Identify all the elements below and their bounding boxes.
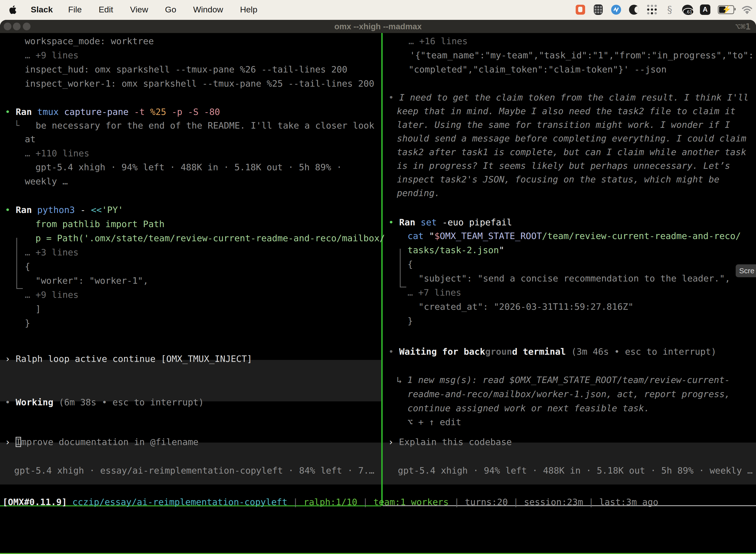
terminal-line: "subject": "send a concise recommendatio… <box>419 271 730 285</box>
text-segment: inspect_worker-1: omx sparkshell --tmux-… <box>25 78 374 89</box>
text-segment: | <box>583 497 599 507</box>
text-segment: -euo <box>442 217 469 227</box>
menu-item-slack[interactable]: Slack <box>24 5 60 14</box>
terminal-line: • Ran python3 - <<'PY' <box>5 203 123 217</box>
text-segment: gpt-5.4 xhigh · 94% left · 488K in · 5.1… <box>36 162 342 172</box>
text-segment: '{"team_name":"my-team","task_id":"1","f… <box>410 50 754 60</box>
menu-item-go[interactable]: Go <box>156 5 185 14</box>
text-segment: } <box>25 318 30 328</box>
text-segment: … +3 lines <box>25 247 79 258</box>
text-segment: team:1 workers <box>374 497 449 507</box>
menu-item-file[interactable]: File <box>60 5 90 14</box>
battery-charging-icon[interactable]: ⚡ <box>717 4 735 15</box>
text-segment: { <box>407 259 413 269</box>
terminal-line: inspect_worker-1: omx sparkshell --tmux-… <box>25 76 374 91</box>
text-segment: • <box>5 205 16 215</box>
text-segment: ⌥ + ↑ edit <box>407 417 461 427</box>
terminal-line: … +9 lines <box>25 288 79 302</box>
terminal-line: … +3 lines <box>25 245 79 259</box>
menu-item-view[interactable]: View <box>122 5 156 14</box>
pane-divider[interactable] <box>381 33 383 506</box>
terminal-window: omx --xhigh --madmax ⌥⌘1 Scre [omx-cczip… <box>0 20 756 554</box>
edit-hint: ⌥ + ↑ edit <box>407 415 461 429</box>
text-segment: at <box>25 134 36 144</box>
apple-logo-icon[interactable] <box>9 5 18 15</box>
text-segment: › <box>388 437 399 447</box>
working-status: • Working (6m 38s • esc to interrupt) <box>5 395 204 409</box>
terminal-line: ↳ 1 new msg(s): read $OMX_TEAM_STATE_ROO… <box>397 373 730 387</box>
text-segment: • <box>5 397 16 407</box>
terminal-line: "completed","claim_token":"claim-token"}… <box>408 62 667 76</box>
terminal-line: • I need to get the claim token from the… <box>388 90 749 105</box>
squiggle-icon[interactable]: § <box>664 4 675 15</box>
text-segment: -80 <box>204 107 220 117</box>
dots-grid-icon[interactable] <box>646 4 657 15</box>
text-segment: inspect_hud: omx sparkshell --tmux-pane … <box>25 64 347 74</box>
terminal-line: readme-and-reco/mailbox/worker-1.json, a… <box>407 387 730 401</box>
text-segment: … +9 lines <box>25 50 79 60</box>
text-segment: readme-and-reco/mailbox/worker-1.json, a… <box>407 389 730 399</box>
prompt-input-left[interactable]: › Improve documentation in @filename <box>5 435 198 449</box>
text-segment: session:23m <box>524 497 583 507</box>
model-status-right: gpt-5.4 xhigh · 94% left · 488K in · 5.1… <box>398 463 753 478</box>
text-segment: is in progress? It seems likely but perh… <box>397 161 730 171</box>
terminal-line: } <box>25 316 30 330</box>
macos-menu-bar: Slack File Edit View Go Window Help § ..… <box>0 0 756 19</box>
text-segment: pipefail <box>469 217 512 227</box>
text-segment: › <box>5 437 16 447</box>
text-segment: keep that in mind. Maybe I also need the… <box>397 106 736 116</box>
text-segment: … +16 lines <box>408 36 467 46</box>
text-segment: • <box>388 217 399 227</box>
terminal-line: … +16 lines <box>408 34 467 48</box>
text-segment: I need to get the claim token from the c… <box>399 92 749 103</box>
text-segment: [OMX#0.11.9] <box>2 497 72 507</box>
menu-item-window[interactable]: Window <box>185 5 232 14</box>
text-segment: … +7 lines <box>407 287 461 297</box>
text-segment: "created_at": "2026-03-31T11:59:27.816Z" <box>419 301 633 312</box>
text-segment: ralph:1/10 <box>304 497 358 507</box>
menu-item-edit[interactable]: Edit <box>90 5 122 14</box>
text-segment: └ <box>14 120 36 130</box>
terminal-line: … +110 lines <box>25 146 89 160</box>
terminal-line: '{"team_name":"my-team","task_id":"1","f… <box>410 48 754 62</box>
text-segment: gpt-5.4 xhigh · essay/ai-reimplementatio… <box>14 465 374 476</box>
moon-circle-icon[interactable] <box>629 4 639 15</box>
terminal-line: later. Using the same for transition mig… <box>397 118 730 132</box>
terminal-line: tasks/task-2.json" <box>407 243 504 257</box>
tree-line <box>400 249 400 287</box>
tree-corner <box>16 288 23 289</box>
text-segment: should send a message before completing … <box>397 133 746 144</box>
text-segment: /team/review-current-readme-and-reco/ <box>542 231 741 241</box>
waiting-status: • Waiting for background terminal (3m 46… <box>388 344 716 359</box>
chat-app-icon[interactable] <box>575 4 586 15</box>
notification-badge-icon[interactable]: ..61 <box>682 4 693 15</box>
terminal-line: { <box>25 259 30 274</box>
stats-circle-icon[interactable] <box>611 4 622 15</box>
text-segment: inspect task2's JSON, focusing on the st… <box>397 174 719 184</box>
menu-item-help[interactable]: Help <box>232 5 266 14</box>
omx-hud-status: [OMX#0.11.9] cczip/essay/ai-reimplementa… <box>2 495 658 509</box>
terminal-line: "worker": "worker-1", <box>36 274 148 288</box>
text-segment: Ran <box>399 217 421 227</box>
prompt-input-right[interactable]: › Explain this codebase <box>388 435 512 449</box>
text-segment: Ralph loop active continue [OMX_TMUX_INJ… <box>16 354 252 364</box>
text-segment: last:3m ago <box>599 497 658 507</box>
terminal-line: … +9 lines <box>25 48 79 62</box>
model-status-left: gpt-5.4 xhigh · essay/ai-reimplementatio… <box>14 463 374 478</box>
text-segment: mprove documentation in @filename <box>21 437 198 447</box>
text-segment: - <box>80 205 91 215</box>
text-segment: } <box>407 316 413 326</box>
letter-a-tile-icon[interactable]: A <box>700 4 710 15</box>
terminal-line: pending. <box>397 186 440 200</box>
terminal-line: weekly … <box>25 174 68 188</box>
wifi-icon[interactable] <box>742 4 753 15</box>
terminal-line: { <box>407 257 413 271</box>
shield-grid-icon[interactable] <box>593 4 604 15</box>
text-segment: cczip/essay/ai-reimplementation-copyleft <box>72 497 288 507</box>
text-segment: Ran <box>16 107 37 117</box>
terminal-line: is in progress? It seems likely but perh… <box>397 159 730 173</box>
terminal-line: workspace_mode: worktree <box>25 34 154 48</box>
text-segment: continue assigned work or next feasible … <box>407 403 649 413</box>
badge-count: ..61 <box>683 8 694 16</box>
terminal-line: should send a message before completing … <box>397 131 746 146</box>
